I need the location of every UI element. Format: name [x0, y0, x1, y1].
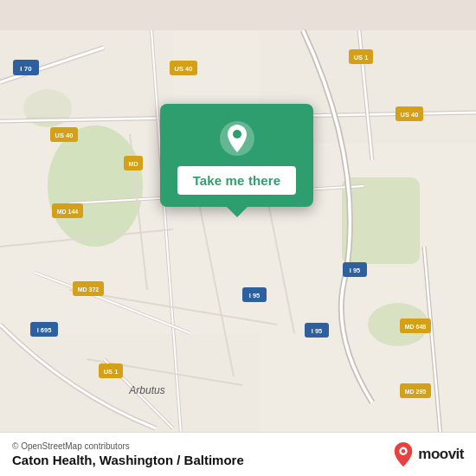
svg-text:Arbutus: Arbutus	[128, 384, 164, 396]
map-svg: I 70 US 40 US 40 US 1 US 40 US 40 MD 144…	[0, 0, 476, 476]
moovit-brand-name: moovit	[418, 446, 464, 463]
svg-text:I 70: I 70	[20, 65, 32, 73]
svg-text:US 40: US 40	[401, 111, 419, 119]
svg-text:MD: MD	[129, 161, 138, 167]
osm-attribution: © OpenStreetMap contributors	[12, 441, 244, 451]
svg-text:US 1: US 1	[104, 368, 119, 376]
svg-point-1	[48, 125, 143, 247]
svg-point-62	[233, 130, 241, 138]
moovit-logo: moovit	[392, 441, 464, 467]
take-me-there-button[interactable]: Take me there	[177, 166, 297, 195]
map-container: I 70 US 40 US 40 US 1 US 40 US 40 MD 144…	[0, 0, 476, 476]
svg-text:US 40: US 40	[55, 132, 74, 139]
location-name: Caton Health, Washington / Baltimore	[12, 453, 244, 467]
svg-rect-2	[342, 177, 420, 264]
svg-text:MD 648: MD 648	[405, 324, 427, 330]
svg-text:MD 144: MD 144	[57, 209, 79, 215]
svg-text:I 95: I 95	[249, 292, 261, 299]
svg-text:MD 295: MD 295	[405, 389, 427, 395]
svg-text:I 695: I 695	[37, 326, 52, 334]
map-pin-icon	[218, 119, 256, 158]
svg-point-64	[402, 449, 406, 453]
svg-text:MD 372: MD 372	[78, 286, 100, 293]
svg-text:US 1: US 1	[354, 54, 369, 61]
bottom-bar: © OpenStreetMap contributors Caton Healt…	[0, 432, 476, 476]
svg-text:US 40: US 40	[175, 65, 193, 73]
location-popup: Take me there	[160, 104, 313, 207]
svg-text:I 95: I 95	[312, 327, 323, 335]
moovit-pin-icon	[392, 441, 415, 467]
bottom-left-info: © OpenStreetMap contributors Caton Healt…	[12, 441, 244, 467]
svg-text:I 95: I 95	[350, 267, 361, 274]
